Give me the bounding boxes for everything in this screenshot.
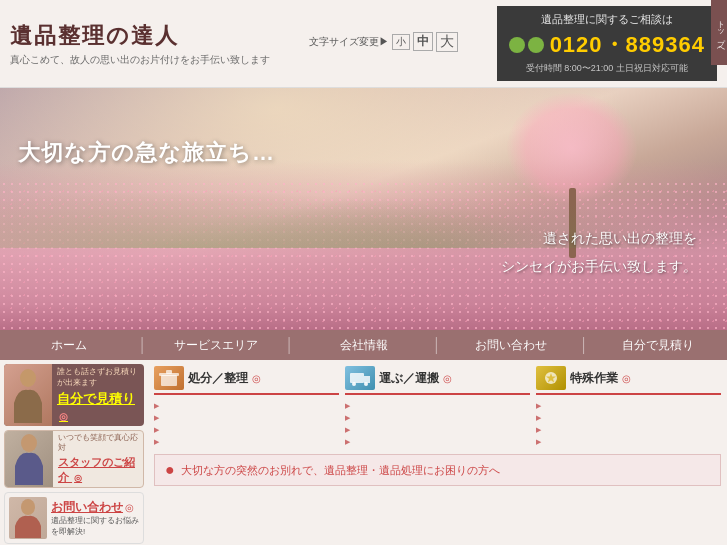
sidebar-card-estimate-title: 自分で見積り ◎: [57, 390, 139, 423]
header-center: 文字サイズ変更▶ 小 中 大: [309, 32, 458, 56]
disposal-item-3[interactable]: ▶: [154, 424, 339, 436]
font-size-small-btn[interactable]: 小: [392, 34, 410, 50]
disposal-item-1[interactable]: ▶: [154, 400, 339, 412]
service-icon-special: [536, 366, 566, 390]
service-title-disposal: 処分／整理: [188, 370, 248, 387]
svg-point-8: [364, 382, 368, 386]
font-size-medium-btn[interactable]: 中: [413, 32, 433, 51]
special-item-4[interactable]: ▶: [536, 436, 721, 448]
hero-text-right: 遺された思い出の整理を シンセイがお手伝い致します。: [501, 224, 697, 280]
sidebar-person-img-1: [4, 364, 52, 426]
disposal-item-4[interactable]: ▶: [154, 436, 339, 448]
service-header-transport: 運ぶ／運搬 ◎: [345, 366, 530, 395]
phone-icons: [509, 37, 544, 53]
hero-text-left: 大切な方の急な旅立ち…: [18, 138, 275, 168]
service-header-disposal: 処分／整理 ◎: [154, 366, 339, 395]
svg-rect-6: [350, 373, 364, 383]
sidebar-card-estimate-content: 誰とも話さずお見積りが出来ます 自分で見積り ◎: [52, 364, 144, 426]
svg-rect-5: [166, 370, 172, 374]
service-col-transport: 運ぶ／運搬 ◎ ▶ ▶ ▶ ▶: [345, 366, 530, 448]
svg-point-2: [21, 499, 35, 515]
person-icon-2: [9, 433, 49, 485]
service-header-special: 特殊作業 ◎: [536, 366, 721, 395]
service-arrow-disposal: ◎: [252, 373, 261, 384]
staff-arrow: ◎: [74, 473, 82, 483]
svg-rect-3: [161, 375, 177, 386]
service-icon-disposal: [154, 366, 184, 390]
sidebar-card-contact[interactable]: お問い合わせ ◎ 遺品整理に関するお悩みを即解決!: [4, 492, 144, 544]
transport-item-3[interactable]: ▶: [345, 424, 530, 436]
sidebar-card-staff-content: いつでも笑顔で真心応対 スタッフのご紹介 ◎: [53, 431, 143, 487]
transport-item-2[interactable]: ▶: [345, 412, 530, 424]
banner-text: 大切な方の突然のお別れで、遺品整理・遺品処理にお困りの方へ: [181, 463, 500, 478]
sidebar-card-estimate-label: 誰とも話さずお見積りが出来ます: [57, 367, 139, 388]
svg-point-0: [20, 369, 36, 387]
side-tab[interactable]: トップへ: [711, 0, 727, 65]
service-list-disposal: ▶ ▶ ▶ ▶: [154, 400, 339, 448]
nav-item-home[interactable]: ホーム: [0, 330, 138, 360]
transport-item-1[interactable]: ▶: [345, 400, 530, 412]
hero-text-right-1: 遺された思い出の整理を: [501, 224, 697, 252]
nav-sep-2: │: [286, 337, 295, 353]
disposal-item-2[interactable]: ▶: [154, 412, 339, 424]
service-list-transport: ▶ ▶ ▶ ▶: [345, 400, 530, 448]
contact-label-row: お問い合わせ ◎: [51, 499, 139, 516]
contact-text: 遺品整理に関するお悩みを即解決!: [51, 516, 139, 537]
svg-point-1: [21, 434, 37, 452]
contact-circle: ◎: [125, 502, 134, 513]
phone-number: 0120・889364: [550, 30, 705, 60]
header: 遺品整理の達人 真心こめて、故人の思い出のお片付けをお手伝い致します 文字サイズ…: [0, 0, 727, 88]
phone-box: 遺品整理に関するご相談は 0120・889364 受付時間 8:00〜21:00…: [497, 6, 717, 81]
nav-sep-4: │: [580, 337, 589, 353]
phone-icon-1: [509, 37, 525, 53]
service-col-disposal: 処分／整理 ◎ ▶ ▶ ▶ ▶: [154, 366, 339, 448]
svg-point-7: [352, 382, 356, 386]
font-size-label: 文字サイズ変更▶: [309, 35, 389, 49]
transport-icon: [348, 369, 372, 387]
sidebar-card-estimate[interactable]: 誰とも話さずお見積りが出来ます 自分で見積り ◎: [4, 364, 144, 426]
service-arrow-special: ◎: [622, 373, 631, 384]
transport-item-4[interactable]: ▶: [345, 436, 530, 448]
estimate-arrow: ◎: [59, 411, 68, 422]
sidebar-card-staff-label: いつでも笑顔で真心応対: [58, 433, 138, 454]
sidebar-card-staff[interactable]: いつでも笑顔で真心応対 スタッフのご紹介 ◎: [4, 430, 144, 488]
special-item-2[interactable]: ▶: [536, 412, 721, 424]
service-col-special: 特殊作業 ◎ ▶ ▶ ▶ ▶: [536, 366, 721, 448]
nav-item-contact[interactable]: お問い合わせ: [441, 330, 579, 360]
service-title-special: 特殊作業: [570, 370, 618, 387]
main-content: 処分／整理 ◎ ▶ ▶ ▶ ▶: [148, 360, 727, 545]
hero: 大切な方の急な旅立ち… 遺された思い出の整理を シンセイがお手伝い致します。: [0, 88, 727, 330]
phone-label: 遺品整理に関するご相談は: [509, 12, 705, 27]
hero-text-right-2: シンセイがお手伝い致します。: [501, 252, 697, 280]
logo-title: 遺品整理の達人: [10, 21, 270, 51]
sidebar: 誰とも話さずお見積りが出来ます 自分で見積り ◎ いつでも笑顔で真心応対 スタッ…: [0, 360, 148, 545]
sidebar-person-img-3: [9, 497, 47, 539]
logo-subtitle: 真心こめて、故人の思い出のお片付けをお手伝い致します: [10, 53, 270, 67]
service-arrow-transport: ◎: [443, 373, 452, 384]
sidebar-person-img-2: [5, 431, 53, 487]
content-area: 誰とも話さずお見積りが出来ます 自分で見積り ◎ いつでも笑顔で真心応対 スタッ…: [0, 360, 727, 545]
service-list-special: ▶ ▶ ▶ ▶: [536, 400, 721, 448]
services-row: 処分／整理 ◎ ▶ ▶ ▶ ▶: [154, 366, 721, 448]
logo-area: 遺品整理の達人 真心こめて、故人の思い出のお片付けをお手伝い致します: [10, 21, 270, 67]
nav-sep-3: │: [433, 337, 442, 353]
nav-sep-1: │: [138, 337, 147, 353]
special-icon: [540, 369, 562, 387]
nav-item-estimate[interactable]: 自分で見積り: [589, 330, 727, 360]
contact-card-text-area: お問い合わせ ◎ 遺品整理に関するお悩みを即解決!: [51, 499, 139, 537]
nav-item-company[interactable]: 会社情報: [294, 330, 432, 360]
phone-hours: 受付時間 8:00〜21:00 土日祝日対応可能: [509, 62, 705, 75]
service-icon-transport: [345, 366, 375, 390]
person-icon-3: [11, 498, 45, 538]
phone-number-row: 0120・889364: [509, 30, 705, 60]
service-title-transport: 運ぶ／運搬: [379, 370, 439, 387]
sidebar-card-staff-title: スタッフのご紹介 ◎: [58, 455, 138, 485]
contact-label: お問い合わせ: [51, 499, 123, 516]
phone-icon-2: [528, 37, 544, 53]
special-item-1[interactable]: ▶: [536, 400, 721, 412]
nav-item-service[interactable]: サービスエリア: [147, 330, 285, 360]
font-size-control: 文字サイズ変更▶ 小 中 大: [309, 32, 458, 52]
special-item-3[interactable]: ▶: [536, 424, 721, 436]
person-icon-1: [8, 368, 48, 423]
font-size-large-btn[interactable]: 大: [436, 32, 458, 52]
